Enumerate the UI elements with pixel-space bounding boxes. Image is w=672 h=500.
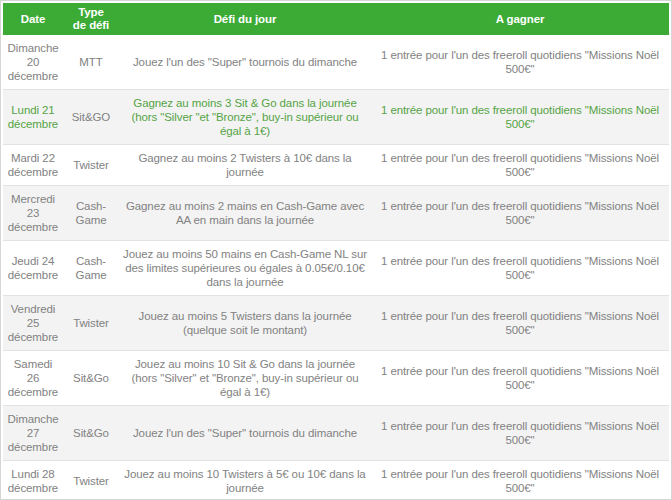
challenge-type-cell: Cash- Game [63,199,119,227]
challenge-cell: Jouez l'un des "Super" tournois du diman… [119,55,371,69]
prize-cell: 1 entrée pour l'un des freeroll quotidie… [371,364,669,392]
date-cell: Lundi 28 décembre [3,467,63,495]
prize-cell: 1 entrée pour l'un des freeroll quotidie… [371,103,669,131]
date-cell: Mardi 22 décembre [3,151,63,179]
prize-cell: 1 entrée pour l'un des freeroll quotidie… [371,309,669,337]
table-header-row: Date Type de défi Défi du jour A gagner [3,3,669,35]
table-body: Dimanche 20 décembre MTT Jouez l'un des … [3,35,669,500]
challenge-cell: Jouez au moins 10 Twisters à 5€ ou 10€ d… [119,467,371,495]
challenge-cell: Gagnez au moins 3 Sit & Go dans la journ… [119,96,371,138]
prize-cell: 1 entrée pour l'un des freeroll quotidie… [371,254,669,282]
table-row: Jeudi 24 décembre Cash- Game Jouez au mo… [3,240,669,295]
date-cell: Dimanche 27 décembre [3,412,63,454]
prize-cell: 1 entrée pour l'un des freeroll quotidie… [371,151,669,179]
challenge-type-cell: Twister [63,474,119,488]
table-row: Samedi 26 décembre Sit&Go Jouez au moins… [3,350,669,405]
column-header-type: Type de défi [63,6,119,32]
table-row: Vendredi 25 décembre Twister Jouez au mo… [3,295,669,350]
column-header-date: Date [3,13,63,26]
date-cell: Dimanche 20 décembre [3,41,63,83]
challenge-cell: Jouez au moins 50 mains en Cash-Game NL … [119,247,371,289]
challenge-type-cell: Twister [63,158,119,172]
date-cell: Mercredi 23 décembre [3,192,63,234]
challenge-cell: Jouez au moins 10 Sit & Go dans la journ… [119,357,371,399]
challenge-type-cell: Cash- Game [63,254,119,282]
prize-cell: 1 entrée pour l'un des freeroll quotidie… [371,467,669,495]
table-row: Mardi 22 décembre Twister Gagnez au moin… [3,144,669,185]
table-row: Lundi 28 décembre Twister Jouez au moins… [3,460,669,500]
column-header-prize: A gagner [371,13,669,26]
date-cell: Samedi 26 décembre [3,357,63,399]
table-row: Dimanche 27 décembre Sit&Go Jouez l'un d… [3,405,669,460]
challenge-type-cell: Twister [63,316,119,330]
daily-challenges-table: Date Type de défi Défi du jour A gagner … [0,0,672,500]
challenge-cell: Jouez au moins 5 Twisters dans la journé… [119,309,371,337]
column-header-challenge: Défi du jour [119,13,371,26]
challenge-type-cell: Sit&Go [63,426,119,440]
prize-cell: 1 entrée pour l'un des freeroll quotidie… [371,48,669,76]
challenge-type-cell: MTT [63,55,119,69]
prize-cell: 1 entrée pour l'un des freeroll quotidie… [371,419,669,447]
table-row: Lundi 21 décembre Sit&GO Gagnez au moins… [3,89,669,144]
table-row: Dimanche 20 décembre MTT Jouez l'un des … [3,35,669,89]
prize-cell: 1 entrée pour l'un des freeroll quotidie… [371,199,669,227]
date-cell: Vendredi 25 décembre [3,302,63,344]
date-cell: Jeudi 24 décembre [3,254,63,282]
challenge-type-cell: Sit&GO [63,110,119,124]
challenge-cell: Gagnez au moins 2 mains en Cash-Game ave… [119,199,371,227]
date-cell: Lundi 21 décembre [3,103,63,131]
table-row: Mercredi 23 décembre Cash- Game Gagnez a… [3,185,669,240]
challenge-cell: Gagnez au moins 2 Twisters à 10€ dans la… [119,151,371,179]
challenge-type-cell: Sit&Go [63,371,119,385]
challenge-cell: Jouez l'un des "Super" tournois du diman… [119,426,371,440]
